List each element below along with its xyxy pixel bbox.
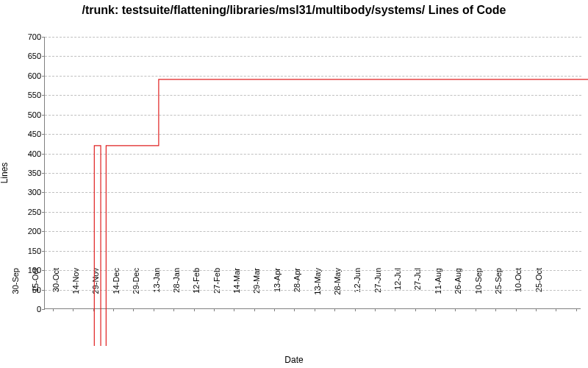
y-tick-mark [42, 115, 45, 116]
y-tick-mark [42, 309, 45, 310]
y-tick-label: 700 [12, 32, 41, 41]
y-tick-label: 650 [12, 52, 41, 60]
x-tick-mark [73, 308, 74, 311]
x-tick-label: 15-Oct [31, 268, 40, 312]
y-tick-mark [42, 270, 45, 271]
y-tick-mark [42, 231, 45, 232]
y-tick-label: 250 [12, 208, 41, 216]
x-tick-label: 30-Sep [11, 268, 20, 312]
chart-title: /trunk: testsuite/flattening/libraries/m… [0, 3, 588, 17]
y-axis-label: Lines [0, 163, 10, 184]
y-tick-mark [42, 173, 45, 174]
y-tick-label: 500 [12, 110, 41, 119]
grid-line [45, 37, 581, 38]
y-tick-label: 600 [12, 71, 41, 80]
grid-line [45, 56, 581, 57]
data-line-svg [89, 74, 588, 346]
y-tick-mark [42, 76, 45, 77]
y-tick-label: 200 [12, 227, 41, 236]
y-tick-mark [42, 192, 45, 193]
y-tick-mark [42, 290, 45, 291]
plot-area [44, 37, 581, 309]
y-tick-mark [42, 37, 45, 38]
y-tick-label: 150 [12, 247, 41, 255]
y-tick-mark [42, 134, 45, 135]
y-tick-label: 400 [12, 149, 41, 158]
x-tick-mark [53, 308, 54, 311]
y-tick-mark [42, 154, 45, 155]
chart-container: /trunk: testsuite/flattening/libraries/m… [0, 0, 588, 368]
y-tick-label: 450 [12, 130, 41, 138]
y-tick-mark [42, 212, 45, 213]
y-tick-label: 300 [12, 188, 41, 197]
y-tick-mark [42, 95, 45, 96]
y-tick-mark [42, 56, 45, 57]
y-tick-label: 350 [12, 169, 41, 177]
series-line [94, 79, 588, 346]
y-tick-mark [42, 251, 45, 252]
y-tick-label: 550 [12, 91, 41, 99]
x-axis-label: Date [0, 355, 588, 365]
